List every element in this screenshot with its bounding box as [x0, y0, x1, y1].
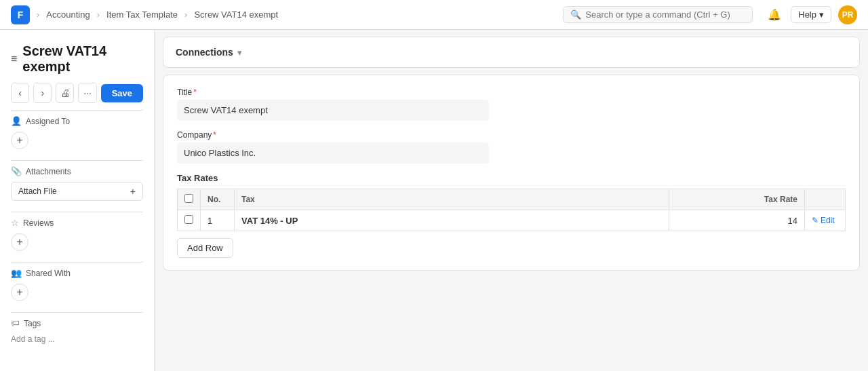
tax-value: VAT 14% - UP: [241, 216, 298, 226]
assigned-to-add-button[interactable]: +: [11, 132, 28, 149]
pencil-icon: ✎: [812, 216, 818, 225]
breadcrumb-sep-2: ›: [97, 9, 100, 20]
breadcrumb-sep-3: ›: [184, 9, 187, 20]
search-icon: 🔍: [570, 9, 581, 20]
row-no-cell: 1: [201, 210, 235, 231]
tax-rates-table: No. Tax Tax Rate 1: [177, 189, 846, 231]
assigned-to-header: 👤 Assigned To: [11, 116, 143, 126]
tax-rates-section: Tax Rates No. Tax Tax Rate: [177, 173, 846, 258]
sidebar: ≡ Screw VAT14 exempt ‹ › 🖨 ··· Save 👤 As…: [0, 30, 155, 371]
tags-header: 🏷 Tags: [11, 318, 143, 328]
select-all-checkbox[interactable]: [184, 194, 193, 203]
shared-with-header: 👥 Shared With: [11, 268, 143, 278]
topbar: F › Accounting › Item Tax Template › Scr…: [0, 0, 868, 30]
attach-file-button[interactable]: Attach File +: [11, 182, 143, 201]
reviews-section: ☆ Reviews +: [11, 218, 143, 251]
nav-next-button[interactable]: ›: [33, 83, 52, 103]
content-area: Connections ▾ Title * Company *: [155, 30, 868, 371]
assigned-to-section: 👤 Assigned To +: [11, 116, 143, 149]
attachments-header: 📎 Attachments: [11, 166, 143, 176]
attach-file-label: Attach File: [18, 187, 57, 196]
add-tag-label[interactable]: Add a tag ...: [11, 334, 55, 344]
tag-icon: 🏷: [11, 318, 20, 328]
connections-bar[interactable]: Connections ▾: [163, 37, 860, 68]
shared-with-section: 👥 Shared With +: [11, 268, 143, 301]
breadcrumb-item-tax-template[interactable]: Item Tax Template: [106, 9, 178, 20]
attachments-label: Attachments: [26, 167, 71, 176]
table-row: 1 VAT 14% - UP 14 ✎ Edit: [178, 210, 846, 231]
row-tax-cell: VAT 14% - UP: [235, 210, 669, 231]
reviews-label: Reviews: [23, 218, 54, 228]
title-label: Title *: [177, 87, 846, 97]
col-no-header: No.: [201, 189, 235, 210]
col-checkbox: [178, 189, 201, 210]
page-title: Screw VAT14 exempt: [22, 43, 143, 75]
star-icon: ☆: [11, 218, 19, 228]
notifications-button[interactable]: 🔔: [765, 5, 784, 24]
col-rate-header: Tax Rate: [669, 189, 805, 210]
breadcrumb-accounting[interactable]: Accounting: [46, 9, 90, 20]
topbar-actions: 🔔 Help ▾ PR: [765, 5, 857, 24]
avatar[interactable]: PR: [838, 5, 857, 24]
row-edit-button[interactable]: ✎ Edit: [812, 216, 835, 225]
table-header-row: No. Tax Tax Rate: [178, 189, 846, 210]
hamburger-menu-button[interactable]: ≡: [11, 53, 17, 65]
paperclip-icon: 📎: [11, 166, 22, 176]
print-button[interactable]: 🖨: [56, 83, 74, 103]
shared-with-label: Shared With: [26, 269, 71, 278]
col-actions-header: [805, 189, 846, 210]
title-field-group: Title *: [177, 87, 846, 121]
title-required-marker: *: [193, 87, 197, 97]
shared-with-add-button[interactable]: +: [11, 284, 28, 301]
help-button[interactable]: Help ▾: [791, 6, 831, 23]
form-card: Title * Company * Tax Rates: [163, 75, 860, 271]
main-layout: ≡ Screw VAT14 exempt ‹ › 🖨 ··· Save 👤 As…: [0, 30, 868, 371]
connections-title: Connections: [176, 47, 233, 58]
save-button[interactable]: Save: [101, 84, 143, 102]
app-logo: F: [11, 5, 30, 24]
row-actions-cell[interactable]: ✎ Edit: [805, 210, 846, 231]
breadcrumb-current: Screw VAT14 exempt: [194, 9, 278, 20]
attach-plus-icon: +: [130, 186, 136, 197]
nav-prev-button[interactable]: ‹: [11, 83, 29, 103]
search-bar[interactable]: 🔍: [563, 6, 753, 23]
add-row-button[interactable]: Add Row: [177, 238, 233, 258]
more-options-button[interactable]: ···: [78, 83, 96, 103]
col-tax-header: Tax: [235, 189, 669, 210]
company-label: Company *: [177, 130, 846, 140]
tags-label: Tags: [24, 319, 41, 328]
help-label: Help: [798, 9, 816, 20]
help-chevron-icon: ▾: [819, 9, 824, 20]
row-checkbox[interactable]: [184, 215, 193, 224]
title-input[interactable]: [177, 100, 489, 121]
row-checkbox-cell[interactable]: [178, 210, 201, 231]
company-field-group: Company *: [177, 130, 846, 163]
assigned-to-label: Assigned To: [26, 117, 70, 126]
share-icon: 👥: [11, 268, 22, 278]
company-required-marker: *: [213, 130, 216, 140]
breadcrumb-sep-1: ›: [37, 9, 39, 20]
tags-section: 🏷 Tags Add a tag ...: [11, 318, 143, 344]
reviews-header: ☆ Reviews: [11, 218, 143, 228]
search-input[interactable]: [585, 9, 745, 20]
edit-label: Edit: [821, 216, 835, 225]
reviews-add-button[interactable]: +: [11, 233, 28, 251]
connections-chevron-icon: ▾: [237, 47, 242, 58]
tax-rates-label: Tax Rates: [177, 173, 846, 183]
person-icon: 👤: [11, 116, 22, 126]
attachments-section: 📎 Attachments Attach File +: [11, 166, 143, 201]
company-input[interactable]: [177, 142, 489, 163]
row-rate-cell: 14: [669, 210, 805, 231]
page-title-row: ≡ Screw VAT14 exempt: [11, 38, 143, 83]
